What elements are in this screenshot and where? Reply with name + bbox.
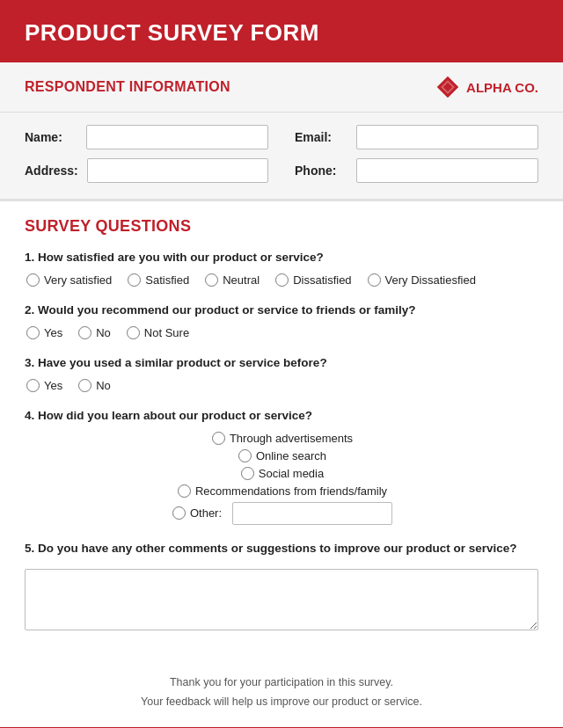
question-3-text: 3. Have you used a similar product or se… (25, 355, 538, 372)
q4-radio-advertisements[interactable] (212, 432, 225, 445)
q4-option-advertisements[interactable]: Through advertisements (212, 432, 353, 445)
q1-option-dissatisfied[interactable]: Dissatisfied (275, 273, 351, 287)
page-header: PRODUCT SURVEY FORM (0, 0, 563, 62)
q4-option-social-media[interactable]: Social media (241, 467, 324, 480)
q3-radio-yes[interactable] (26, 379, 40, 392)
q1-radio-dissatisfied[interactable] (275, 273, 289, 287)
q4-radio-online-search[interactable] (238, 449, 252, 462)
question-3: 3. Have you used a similar product or se… (25, 355, 538, 392)
q4-option-recommendations[interactable]: Recommendations from friends/family (178, 484, 387, 498)
question-1-options: Very satisfied Satisfied Neutral Dissati… (26, 273, 538, 287)
name-field-row: Name: (25, 125, 268, 149)
question-4-text: 4. How did you learn about our product o… (25, 408, 538, 425)
footer-line2: Your feedback will help us improve our p… (25, 693, 538, 711)
question-3-options: Yes No (26, 379, 538, 392)
survey-section-title: SURVEY QUESTIONS (25, 217, 538, 236)
q4-option-online-search[interactable]: Online search (238, 449, 326, 462)
question-2-options: Yes No Not Sure (26, 326, 538, 339)
q4-radio-social-media[interactable] (241, 467, 254, 480)
email-label: Email: (295, 130, 347, 144)
alpha-logo-icon (435, 75, 460, 99)
q2-option-not-sure[interactable]: Not Sure (127, 326, 189, 339)
q4-radio-recommendations[interactable] (178, 484, 191, 498)
q1-radio-neutral[interactable] (205, 273, 218, 287)
name-label: Name: (25, 130, 77, 144)
q2-option-no[interactable]: No (78, 326, 111, 339)
phone-label: Phone: (295, 164, 347, 178)
q4-other-row: Other: (172, 502, 392, 525)
q3-option-yes[interactable]: Yes (26, 379, 62, 392)
q3-option-no[interactable]: No (78, 379, 111, 392)
footer-line1: Thank you for your participation in this… (25, 673, 538, 692)
logo-text: ALPHA CO. (466, 80, 538, 95)
question-2: 2. Would you recommend our product or se… (25, 302, 538, 339)
q2-option-yes[interactable]: Yes (26, 326, 62, 339)
respondent-fields: Name: Email: Address: Phone: (0, 113, 563, 201)
q1-option-very-dissatisfied[interactable]: Very Dissatiesfied (368, 273, 476, 287)
q1-option-very-satisfied[interactable]: Very satisfied (26, 273, 112, 287)
q4-other-input[interactable] (232, 502, 392, 525)
phone-field-row: Phone: (295, 158, 538, 183)
q2-radio-yes[interactable] (26, 326, 40, 339)
footer: Thank you for your participation in this… (0, 658, 563, 724)
q2-radio-not-sure[interactable] (127, 326, 140, 339)
question-5-text: 5. Do you have any other comments or sug… (25, 541, 538, 557)
question-4: 4. How did you learn about our product o… (25, 408, 538, 525)
q1-option-satisfied[interactable]: Satisfied (128, 273, 189, 287)
respondent-bar: RESPONDENT INFORMATION ALPHA CO. (0, 62, 563, 113)
address-input[interactable] (87, 158, 268, 183)
address-field-row: Address: (25, 158, 268, 183)
company-logo: ALPHA CO. (435, 75, 538, 99)
q2-radio-no[interactable] (78, 326, 91, 339)
q4-option-other[interactable]: Other: (172, 506, 222, 520)
respondent-section-title: RESPONDENT INFORMATION (25, 79, 230, 95)
question-1-text: 1. How satisfied are you with our produc… (25, 250, 538, 266)
survey-section: SURVEY QUESTIONS 1. How satisfied are yo… (0, 201, 563, 658)
question-2-text: 2. Would you recommend our product or se… (25, 302, 538, 319)
email-field-row: Email: (295, 125, 538, 149)
email-input[interactable] (356, 125, 538, 149)
page-title: PRODUCT SURVEY FORM (25, 19, 538, 47)
question-4-options: Through advertisements Online search Soc… (26, 432, 538, 525)
q4-radio-other[interactable] (172, 506, 186, 520)
q1-option-neutral[interactable]: Neutral (205, 273, 260, 287)
q1-radio-very-satisfied[interactable] (26, 273, 40, 287)
comments-textarea[interactable] (25, 569, 538, 630)
question-5: 5. Do you have any other comments or sug… (25, 541, 538, 634)
q3-radio-no[interactable] (78, 379, 91, 392)
phone-input[interactable] (356, 158, 538, 183)
name-input[interactable] (86, 125, 268, 149)
q1-radio-very-dissatisfied[interactable] (368, 273, 381, 287)
address-label: Address: (25, 164, 78, 178)
question-1: 1. How satisfied are you with our produc… (25, 250, 538, 287)
q1-radio-satisfied[interactable] (128, 273, 141, 287)
